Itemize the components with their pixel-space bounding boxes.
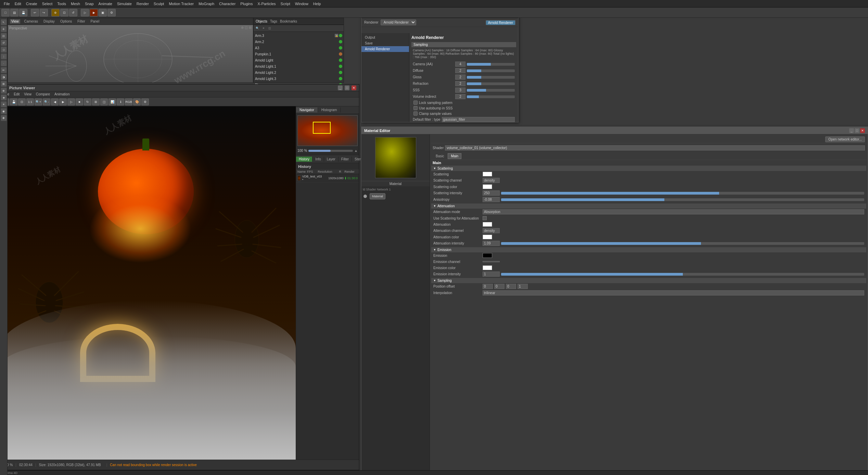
om-tab-bookmarks[interactable]: Bookmarks (280, 19, 297, 23)
tb-select[interactable]: ▷ (81, 9, 89, 16)
om-dot-vis8[interactable] (339, 77, 342, 80)
me-dropdown-interpolation[interactable]: trilinear (483, 290, 864, 295)
rs-prop-bar-refraction[interactable] (467, 82, 515, 85)
tb-render[interactable]: ▶ (90, 9, 98, 16)
vp-tab-panel[interactable]: Panel (89, 19, 101, 24)
tb-open[interactable]: ▤ (10, 9, 18, 16)
me-val-scattering-intensity[interactable]: 250 (483, 190, 500, 196)
vp-tab-filter[interactable]: Filter (76, 19, 86, 24)
pv-menu-edit[interactable]: Edit (12, 92, 22, 96)
menu-simulate[interactable]: Simulate (115, 1, 134, 6)
pv-hist-tab-info[interactable]: Info (312, 157, 324, 162)
pv-tb-next[interactable]: ▶ (59, 98, 67, 105)
me-slider-scattering-intensity[interactable] (501, 192, 864, 195)
om-row-alight4[interactable]: Arnold Light.3 (254, 76, 344, 82)
vp-tab-cameras[interactable]: Cameras (23, 19, 40, 24)
me-color-scattering-color[interactable] (483, 184, 492, 189)
vp-tab-options[interactable]: Options (59, 19, 73, 24)
tb-new[interactable]: □ (1, 9, 10, 16)
pv-image-area[interactable] (0, 106, 296, 460)
menu-animate[interactable]: Animate (96, 1, 115, 6)
rs-prop-val-refraction[interactable]: 2 (455, 81, 465, 86)
me-color-scattering[interactable] (483, 172, 492, 176)
me-maximize[interactable]: □ (855, 128, 859, 133)
menu-script[interactable]: Script (278, 1, 293, 6)
pv-hist-tab-history[interactable]: History (296, 157, 312, 162)
rs-cb-clamp-input[interactable] (413, 111, 418, 116)
me-tab-main[interactable]: Main (448, 153, 461, 159)
pv-zoom-bar[interactable] (308, 150, 353, 152)
rs-prop-val-volume[interactable]: 2 (455, 94, 465, 99)
tool-poly[interactable]: ◇ (1, 47, 7, 53)
tb-move[interactable]: ⊕ (51, 9, 60, 16)
pv-zoom-expand[interactable]: ▲ (354, 149, 358, 153)
om-row-pumpkin[interactable]: Pumpkin.1 (254, 51, 344, 57)
rs-prop-val-camera-aa[interactable]: 4 (455, 62, 465, 67)
om-row-alight1[interactable]: Arnold Light (254, 57, 344, 63)
tb-rotate[interactable]: ↺ (69, 9, 77, 16)
rs-prop-val-diffuse[interactable]: 2 (455, 68, 465, 73)
om-row-arm2[interactable]: Arm.2 (254, 39, 344, 45)
history-row-0[interactable]: VDB_test_v03 * 1920x1080 01:30:0 (296, 174, 359, 183)
tool-scale[interactable]: ⊡ (1, 33, 7, 39)
pv-tb-zoom-fit[interactable]: ⊡ (18, 98, 26, 105)
me-color-attenuation-color[interactable] (483, 235, 492, 239)
rs-cb-lock-input[interactable] (413, 101, 418, 105)
om-group[interactable]: ◫ (267, 26, 272, 31)
me-open-network-btn[interactable]: Open network editor... (825, 136, 865, 142)
tool-magnet[interactable]: ◑ (1, 74, 7, 80)
tool-paint[interactable]: ✏ (1, 67, 7, 73)
pv-tb-lut[interactable]: 🎨 (133, 98, 141, 105)
rs-renderer-select[interactable]: Arnold Renderer (381, 19, 416, 25)
tb-render-region[interactable]: ▣ (99, 9, 107, 16)
pv-nav-tab-histogram[interactable]: Histogram (318, 107, 341, 113)
menu-create[interactable]: Create (24, 1, 40, 6)
me-val-anisotropy[interactable]: -0.08 (483, 197, 500, 202)
me-slider-anisotropy[interactable] (501, 198, 864, 201)
menu-mograph[interactable]: MoGraph (196, 1, 217, 6)
me-tab-basic[interactable]: Basic (433, 153, 447, 159)
pv-minimize[interactable]: _ (338, 85, 343, 90)
me-material-preview[interactable] (375, 137, 416, 178)
rs-prop-val-gloss[interactable]: 2 (455, 75, 465, 80)
me-val-pos-offset-y[interactable]: 0 (494, 284, 505, 289)
pv-hist-tab-filter[interactable]: Filter (339, 157, 352, 162)
menu-plugins[interactable]: Plugins (238, 1, 255, 6)
menu-xparticles[interactable]: X-Particles (255, 1, 278, 6)
rs-nav-arnold[interactable]: Arnold Renderer (361, 46, 409, 52)
rs-cb-autobump-input[interactable] (413, 106, 418, 110)
menu-tools[interactable]: Tools (55, 1, 68, 6)
tb-undo[interactable]: ↩ (31, 9, 39, 16)
menu-render[interactable]: Render (134, 1, 151, 6)
pv-nav-tab-navigator[interactable]: Navigator (296, 107, 318, 113)
pv-menu-view[interactable]: View (22, 92, 34, 96)
rs-nav-output[interactable]: Output (361, 35, 409, 40)
om-row-alight2[interactable]: Arnold Light.1 (254, 63, 344, 69)
rs-prop-bar-gloss[interactable] (467, 76, 515, 79)
menu-character[interactable]: Character (217, 1, 238, 6)
tool-point[interactable]: · (1, 60, 7, 66)
pv-navigator-preview[interactable] (297, 115, 358, 146)
pv-maximize[interactable]: □ (345, 85, 349, 90)
rs-prop-bar-diffuse[interactable] (467, 69, 515, 72)
om-dot-vis6[interactable] (339, 65, 342, 68)
om-dot-vis7[interactable] (339, 71, 342, 74)
pv-tb-histogram[interactable]: 📊 (108, 98, 116, 105)
om-filter[interactable]: ≡ (261, 26, 266, 31)
me-slider-attenuation-intensity[interactable] (501, 242, 864, 245)
me-slider-emission-intensity[interactable] (501, 273, 864, 276)
me-color-attenuation[interactable] (483, 222, 492, 227)
om-search[interactable]: 🔍 (255, 26, 260, 31)
menu-file[interactable]: File (1, 1, 12, 6)
me-val-emission-intensity[interactable]: 1 (483, 272, 500, 277)
rs-nav-save[interactable]: Save (361, 40, 409, 46)
tool-camera[interactable]: ◈ (1, 94, 7, 101)
me-close[interactable]: ✕ (860, 128, 865, 133)
menu-edit[interactable]: Edit (12, 1, 24, 6)
om-icon-lock[interactable]: 🔒 (335, 34, 338, 37)
me-section-emission-header[interactable]: Emission (431, 247, 866, 252)
tool-select[interactable]: ↖ (1, 19, 7, 25)
menu-mesh[interactable]: Mesh (68, 1, 82, 6)
pv-tb-zoom-1[interactable]: 1:1 (26, 98, 34, 105)
me-val-pos-offset-z[interactable]: 0 (506, 284, 516, 289)
